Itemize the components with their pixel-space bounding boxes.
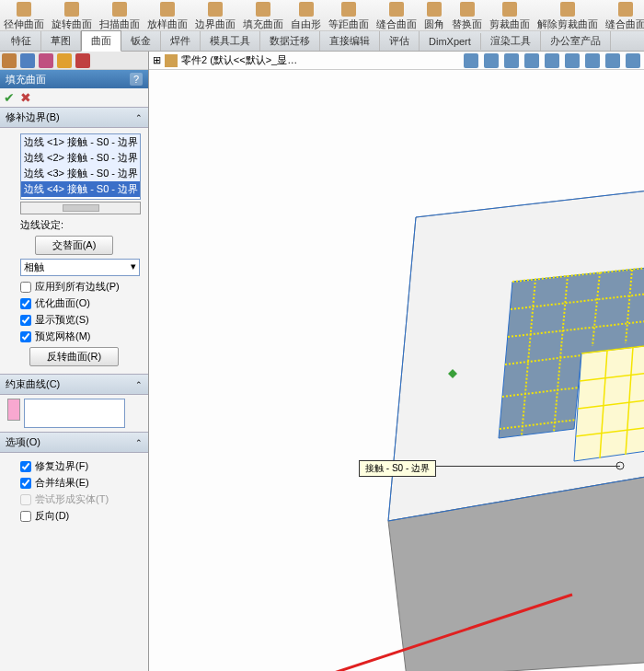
tab-weldments[interactable]: 焊件	[161, 31, 201, 51]
cancel-icon[interactable]: ✖	[20, 90, 31, 105]
viewport-header: ⊞ 零件2 (默认<<默认>_显…	[149, 52, 644, 70]
tab-render[interactable]: 渲染工具	[481, 31, 541, 51]
scroll-thumb[interactable]	[63, 204, 99, 212]
alternate-face-button[interactable]: 交替面(A)	[35, 236, 114, 255]
ribbon-item[interactable]: 圆角	[420, 2, 448, 31]
list-item[interactable]: 边线 <3> 接触 - S0 - 边界	[21, 166, 140, 181]
panel-tab-icons	[0, 52, 148, 70]
scene-icon[interactable]	[605, 53, 620, 68]
tab-features[interactable]: 特征	[2, 31, 41, 51]
surface-icon	[560, 2, 575, 17]
feature-tree-icon[interactable]	[2, 53, 17, 68]
fix-boundary-check[interactable]: 修复边界(F)	[20, 459, 141, 473]
section-view-icon[interactable]	[524, 53, 539, 68]
surface-icon	[64, 2, 79, 17]
surface-icon	[389, 2, 404, 17]
ribbon-item[interactable]: 解除剪裁曲面	[534, 2, 602, 31]
3d-viewport[interactable]: ⊞ 零件2 (默认<<默认>_显…	[149, 52, 644, 671]
show-preview-check[interactable]: 显示预览(S)	[20, 313, 141, 327]
tab-office[interactable]: 办公室产品	[541, 31, 611, 51]
chevron-down-icon: ▾	[131, 260, 136, 274]
optimize-surface-check[interactable]: 优化曲面(O)	[20, 296, 141, 310]
edge-tooltip: 接触 - S0 - 边界	[359, 460, 436, 477]
tab-dataimport[interactable]: 数据迁移	[260, 31, 320, 51]
ok-icon[interactable]: ✔	[4, 90, 15, 105]
view-orientation-icon[interactable]	[545, 53, 559, 68]
tooltip-leader-line	[436, 466, 620, 467]
reverse-direction-check[interactable]: 反向(D)	[20, 509, 141, 523]
surface-icon	[427, 2, 442, 17]
record-icon[interactable]	[75, 53, 90, 68]
property-icon[interactable]	[20, 53, 35, 68]
reverse-surface-button[interactable]: 反转曲面(R)	[29, 347, 119, 366]
surface-icon	[341, 2, 356, 17]
part-icon	[165, 54, 178, 67]
surface-icon	[208, 2, 223, 17]
ribbon-item[interactable]: 扫描曲面	[96, 2, 144, 31]
contact-type-select[interactable]: 相触 ▾	[20, 259, 140, 276]
previous-view-icon[interactable]	[504, 53, 519, 68]
section-constraint-header[interactable]: 约束曲线(C) ⌃	[0, 374, 148, 395]
panel-title: 填充曲面	[6, 73, 46, 87]
display-style-icon[interactable]	[565, 53, 580, 68]
surface-icon	[160, 2, 175, 17]
surface-icon	[112, 2, 127, 17]
tab-sheetmetal[interactable]: 钣金	[121, 31, 161, 51]
list-item[interactable]: 边线 <1> 接触 - S0 - 边界	[21, 134, 140, 150]
ribbon-item[interactable]: 填充曲面	[239, 2, 287, 31]
tab-surfaces[interactable]: 曲面	[81, 30, 121, 52]
help-icon[interactable]: ?	[130, 73, 143, 86]
ribbon-item[interactable]: 自由形	[287, 2, 325, 31]
surface-icon	[17, 2, 31, 17]
chevron-up-icon: ⌃	[135, 438, 143, 447]
command-tabs: 特征 草图 曲面 钣金 焊件 模具工具 数据迁移 直接编辑 评估 DimXper…	[0, 31, 644, 52]
constraint-color-swatch[interactable]	[7, 399, 20, 421]
list-item[interactable]: 边线 <2> 接触 - S0 - 边界	[21, 150, 140, 166]
chevron-up-icon: ⌃	[135, 113, 143, 122]
panel-actions: ✔ ✖	[0, 88, 148, 107]
ribbon-item[interactable]: 剪裁曲面	[486, 2, 534, 31]
ribbon-item[interactable]: 旋转曲面	[48, 2, 96, 31]
surface-icon	[299, 2, 314, 17]
surface-icon	[460, 2, 475, 17]
merge-result-check[interactable]: 合并结果(E)	[20, 476, 141, 490]
model-geometry	[351, 162, 644, 671]
config-icon[interactable]	[39, 53, 53, 68]
ribbon-item[interactable]: 等距曲面	[325, 2, 373, 31]
ribbon-item[interactable]: 放样曲面	[144, 2, 191, 31]
edge-setting-label: 边线设定:	[20, 218, 141, 232]
apply-all-edges-check[interactable]: 应用到所有边线(P)	[20, 280, 141, 294]
list-item-selected[interactable]: 边线 <4> 接触 - S0 - 边界	[21, 181, 140, 197]
ribbon-item[interactable]: 缝合曲面	[602, 2, 644, 31]
horizontal-scrollbar[interactable]	[20, 202, 141, 214]
section-patch-header[interactable]: 修补边界(B) ⌃	[0, 107, 148, 128]
chevron-up-icon: ⌃	[135, 380, 143, 389]
ribbon-item[interactable]: 替换面	[448, 2, 486, 31]
ribbon: 径伸曲面 旋转曲面 扫描曲面 放样曲面 边界曲面 填充曲面 自由形 等距曲面 缝…	[0, 0, 644, 31]
tab-directedit[interactable]: 直接编辑	[320, 31, 380, 51]
zoom-fit-icon[interactable]	[464, 53, 478, 68]
ribbon-item[interactable]: 边界曲面	[191, 2, 239, 31]
panel-title-bar: 填充曲面 ?	[0, 70, 148, 88]
view-settings-icon[interactable]	[626, 53, 640, 68]
hide-show-icon[interactable]	[585, 53, 600, 68]
edge-selection-list[interactable]: 边线 <1> 接触 - S0 - 边界 边线 <2> 接触 - S0 - 边界 …	[20, 133, 141, 200]
surface-icon	[256, 2, 270, 17]
section-options-header[interactable]: 选项(O) ⌃	[0, 432, 148, 453]
property-panel: 填充曲面 ? ✔ ✖ 修补边界(B) ⌃ 边线 <1> 接触 - S0 - 边界…	[0, 52, 149, 671]
ribbon-item[interactable]: 径伸曲面	[0, 2, 48, 31]
tab-sketch[interactable]: 草图	[41, 31, 81, 51]
constraint-curve-list[interactable]	[24, 399, 125, 428]
display-icon[interactable]	[57, 53, 72, 68]
ribbon-item[interactable]: 缝合曲面	[373, 2, 420, 31]
part-name[interactable]: 零件2 (默认<<默认>_显…	[181, 53, 297, 67]
zoom-area-icon[interactable]	[484, 53, 499, 68]
try-form-solid-check: 尝试形成实体(T)	[20, 492, 141, 506]
tab-moldtools[interactable]: 模具工具	[201, 31, 260, 51]
surface-icon	[502, 2, 517, 17]
expand-icon[interactable]: ⊞	[153, 54, 161, 66]
tab-dimxpert[interactable]: DimXpert	[420, 33, 481, 50]
tab-evaluate[interactable]: 评估	[380, 31, 420, 51]
preview-mesh-check[interactable]: 预览网格(M)	[20, 330, 141, 343]
surface-icon	[618, 2, 633, 17]
